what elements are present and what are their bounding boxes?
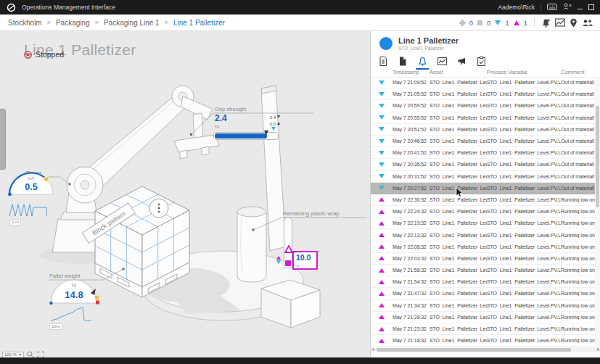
power-unit: kW: [7, 176, 55, 181]
operators-people-button[interactable]: [582, 19, 593, 27]
severity-triangle-icon: [379, 197, 385, 202]
alarm-timestamp: May 7 20:31:52: [393, 174, 430, 179]
grip-bar-fill: [215, 133, 267, 138]
alarm-process-variable: STO_Line1_Palletizer_Level.PV.Lo: [487, 209, 561, 214]
alarm-row[interactable]: May 7 21:58:32 STO_Line1_Palletizer_Leve…: [371, 265, 596, 276]
alarm-comment: Running low on mate: [561, 233, 596, 238]
alarm-process-variable: STO_Line1_Palletizer_Level.PV.Lo: [487, 244, 561, 249]
alarm-row[interactable]: May 7 22:03:32 STO_Line1_Palletizer_Leve…: [371, 253, 596, 265]
horizontal-scrollbar[interactable]: [371, 347, 600, 352]
magnifier-icon[interactable]: [27, 351, 34, 357]
alarm-timestamp: May 7 20:51:52: [393, 127, 430, 132]
trend-chart-button[interactable]: [555, 18, 565, 27]
kebab-menu-button[interactable]: [149, 199, 168, 218]
alarm-row[interactable]: May 7 20:27:52 STO_Line1_Palletizer_Leve…: [371, 183, 596, 194]
severity-triangle-icon: [379, 115, 385, 120]
operations-management-window: Operations Management Interface Aademo\R…: [0, 0, 600, 364]
alarm-row[interactable]: May 7 22:13:32 STO_Line1_Palletizer_Leve…: [371, 229, 596, 241]
vertical-scrollbar-thumb[interactable]: [596, 106, 599, 207]
breadcrumb-item[interactable]: Stockholm: [8, 19, 42, 27]
alarm-timestamp: May 7 20:55:52: [393, 115, 430, 120]
pallet-weight-trend-window: 10m: [49, 323, 62, 330]
grip-low-threshold-icon: [271, 127, 276, 131]
alarm-row[interactable]: May 7 20:41:52 STO_Line1_Palletizer_Leve…: [371, 147, 596, 159]
tab-announcement[interactable]: [453, 54, 469, 68]
severity-cell: [371, 303, 393, 307]
breadcrumb-item[interactable]: Packaging: [56, 19, 90, 27]
alarm-row[interactable]: May 7 21:05:52 STO_Line1_Palletizer_Leve…: [371, 88, 596, 100]
vertical-scrollbar[interactable]: [595, 77, 600, 347]
alarm-row[interactable]: May 7 21:28:32 STO_Line1_Palletizer_Leve…: [371, 312, 596, 323]
severity-cell: [371, 197, 393, 202]
alarm-row[interactable]: May 7 22:30:32 STO_Line1_Palletizer_Leve…: [371, 194, 596, 206]
map-pin-button[interactable]: [570, 18, 578, 28]
alarm-process-variable: STO_Line1_Palletizer_Level.PV.Lo: [487, 220, 561, 226]
alarm-row[interactable]: May 7 21:54:32 STO_Line1_Palletizer_Leve…: [371, 276, 596, 288]
tab-document[interactable]: [375, 54, 391, 68]
scroll-right-arrow-icon[interactable]: [597, 348, 600, 351]
severity-cell: [371, 115, 393, 120]
tab-tasks[interactable]: [473, 54, 489, 68]
wrap-value-box: 10.0 %: [292, 251, 318, 270]
severity-cell: [371, 151, 393, 155]
keyboard-icon[interactable]: [547, 4, 557, 12]
tab-trend[interactable]: [434, 54, 450, 68]
alarm-process-variable: STO_Line1_Palletizer_Level.PV.Lo: [487, 279, 561, 284]
alarm-row[interactable]: May 7 20:36:52 STO_Line1_Palletizer_Leve…: [371, 159, 596, 170]
asset-status-circle: [379, 37, 393, 50]
pallet-weight-sparkline: [49, 305, 93, 322]
alarm-asset: STO_Line1_Palletizer_Level: [430, 197, 487, 202]
alarm-row[interactable]: May 7 22:24:32 STO_Line1_Palletizer_Leve…: [371, 206, 596, 218]
tab-alarms[interactable]: [414, 54, 430, 68]
horizontal-scrollbar-thumb[interactable]: [377, 348, 571, 352]
title-bar: Operations Management Interface Aademo\R…: [0, 0, 600, 15]
wrap-level-fill: [285, 260, 291, 266]
maximize-button[interactable]: [588, 4, 594, 10]
alarm-row[interactable]: May 7 20:55:52 STO_Line1_Palletizer_Leve…: [371, 112, 596, 124]
alarm-comment: Out of material!: [561, 103, 596, 108]
plastic-wrap-roll: [237, 207, 266, 282]
alarm-process-variable: STO_Line1_Palletizer_Level.PV.LoLo: [487, 162, 561, 167]
down-arrow-icon: [277, 115, 280, 118]
alarm-timestamp: May 7 20:41:52: [393, 150, 430, 155]
alarm-row[interactable]: May 7 22:08:32 STO_Line1_Palletizer_Leve…: [371, 241, 596, 253]
minimize-button[interactable]: [578, 9, 583, 9]
low-alarm-icon: [495, 20, 501, 25]
alarm-asset: STO_Line1_Palletizer_Level: [430, 326, 487, 331]
session-user-icon[interactable]: [563, 3, 572, 12]
severity-triangle-icon: [379, 80, 385, 85]
alarm-row[interactable]: May 7 21:34:32 STO_Line1_Palletizer_Leve…: [371, 300, 596, 312]
alarm-timestamp: May 7 22:08:32: [393, 244, 430, 249]
alarm-row[interactable]: May 7 20:31:52 STO_Line1_Palletizer_Leve…: [371, 171, 596, 183]
alarm-bell-icon: [418, 57, 427, 66]
zoom-level-select[interactable]: 100 %: [2, 352, 24, 358]
col-process-variable: Process Variable: [487, 69, 561, 75]
breadcrumb-item[interactable]: Line 1 Palletizer: [173, 19, 225, 27]
tab-report[interactable]: [395, 54, 411, 68]
square-severity-icon: [477, 20, 482, 25]
alarm-row[interactable]: May 7 21:18:32 STO_Line1_Palletizer_Leve…: [371, 335, 596, 347]
scene-zoom-controls: 100 %: [2, 351, 44, 357]
scroll-left-arrow-icon[interactable]: [371, 348, 374, 351]
alarm-row[interactable]: May 7 21:23:32 STO_Line1_Palletizer_Leve…: [371, 323, 596, 335]
wrap-value: 10.0: [296, 253, 311, 262]
alarm-asset: STO_Line1_Palletizer_Level: [430, 209, 487, 214]
alarm-row[interactable]: May 7 21:09:52 STO_Line1_Palletizer_Leve…: [371, 77, 596, 88]
fit-to-screen-icon[interactable]: [37, 351, 44, 357]
alarms-bell-button[interactable]: [541, 18, 551, 28]
grip-unit: kg: [215, 124, 237, 128]
breadcrumb-item[interactable]: Packaging Line 1: [104, 19, 160, 27]
alarm-comment: Out of material!: [561, 127, 596, 132]
severity-triangle-icon: [379, 186, 385, 190]
alarm-asset: STO_Line1_Palletizer_Level: [430, 338, 487, 343]
high-alarm-icon: [514, 20, 519, 25]
alarm-row[interactable]: May 7 20:51:52 STO_Line1_Palletizer_Leve…: [371, 124, 596, 136]
alarm-asset: STO_Line1_Palletizer_Level: [430, 291, 487, 296]
alarm-row[interactable]: May 7 21:47:32 STO_Line1_Palletizer_Leve…: [371, 288, 596, 299]
severity-cell: [371, 339, 393, 343]
alarm-timestamp: May 7 21:47:32: [393, 291, 430, 296]
alarm-row[interactable]: May 7 20:46:52 STO_Line1_Palletizer_Leve…: [371, 136, 596, 147]
severity-triangle-icon: [379, 162, 385, 167]
alarm-row[interactable]: May 7 20:59:52 STO_Line1_Palletizer_Leve…: [371, 100, 596, 112]
alarm-row[interactable]: May 7 22:19:32 STO_Line1_Palletizer_Leve…: [371, 218, 596, 229]
